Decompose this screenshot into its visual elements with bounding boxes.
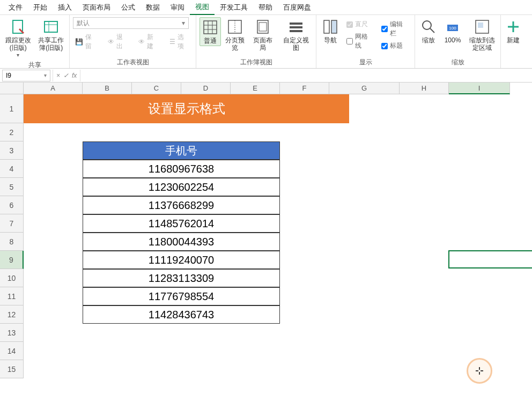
name-box-value: I9 [6,72,11,79]
row-header-12[interactable]: 12 [0,305,24,324]
col-header-G[interactable]: G [329,83,400,94]
col-header-D[interactable]: D [181,83,231,94]
title-merged-cell[interactable]: 设置显示格式 [24,94,349,123]
group-label-sheet-view: 工作表视图 [73,57,193,67]
col-header-E[interactable]: E [231,83,280,94]
chevron-down-icon: ▾ [182,19,185,27]
menu-item-8[interactable]: 开发工具 [215,1,253,14]
menu-item-5[interactable]: 数据 [141,1,165,14]
phone-cell[interactable]: 11428436743 [83,305,280,324]
zoom-100-button[interactable]: 100 100% [442,17,463,45]
cell-cursor-icon [475,367,484,375]
menu-item-10[interactable]: 百度网盘 [278,1,316,14]
row-header-7[interactable]: 7 [0,214,24,233]
phone-header-cell[interactable]: 手机号 [83,141,280,160]
save-icon: 💾 [75,38,83,46]
row-header-15[interactable]: 15 [0,360,24,378]
cursor-highlight [467,358,492,384]
confirm-formula-button[interactable]: ✓ [63,72,69,79]
menu-item-7[interactable]: 视图 [190,0,215,15]
view-options-button[interactable]: ☰选项 [167,32,193,51]
col-header-B[interactable]: B [83,83,132,94]
formula-input[interactable] [80,70,532,81]
svg-text:100: 100 [449,26,456,31]
group-label-show: 显示 [320,57,411,67]
row-header-4[interactable]: 4 [0,160,24,178]
group-label-share: 共享 [3,59,66,70]
svg-rect-14 [290,26,302,28]
share-workbook-button[interactable]: 共享工作簿(旧版) [36,17,66,53]
phone-cell[interactable]: 11230602254 [83,178,280,196]
page-break-icon [226,18,243,35]
sheet-view-dropdown[interactable]: 默认 ▾ [73,17,189,29]
phone-cell[interactable]: 11119240070 [83,251,280,269]
svg-rect-1 [45,21,57,32]
fx-button[interactable]: fx [72,72,77,79]
navigation-label: 导航 [324,36,337,44]
ribbon-group-window: 新建 [501,15,522,68]
row-header-5[interactable]: 5 [0,178,24,196]
phone-cell[interactable]: 11283113309 [83,269,280,287]
row-header-9[interactable]: 9 [0,251,24,269]
keep-view-button[interactable]: 💾保留 [73,32,100,51]
page-layout-label: 页面布局 [250,36,276,52]
phone-cell[interactable]: 11776798554 [83,287,280,305]
share-workbook-label: 共享工作簿(旧版) [38,36,65,52]
row-header-1[interactable]: 1 [0,94,24,123]
zoom-100-label: 100% [445,36,461,44]
menu-item-1[interactable]: 开始 [28,1,53,14]
custom-view-button[interactable]: 自定义视图 [280,17,313,53]
spreadsheet-grid[interactable]: ABCDEFGHI 123456789101112131415 设置显示格式 手… [0,83,532,403]
title-text: 设置显示格式 [148,100,225,117]
phone-cell[interactable]: 11800044393 [83,233,280,251]
headings-checkbox[interactable]: 标题 [379,41,411,51]
ruler-checkbox[interactable]: 直尺 [344,19,376,29]
row-header-11[interactable]: 11 [0,287,24,305]
menu-item-3[interactable]: 页面布局 [77,1,116,14]
exit-view-button[interactable]: 👁退出 [106,32,131,51]
col-header-F[interactable]: F [280,83,329,94]
select-all-corner[interactable] [0,83,24,94]
phone-cell[interactable]: 11680967638 [83,160,280,178]
page-break-button[interactable]: 分页预览 [224,17,246,53]
row-header-13[interactable]: 13 [0,324,24,342]
col-header-I[interactable]: I [449,83,510,94]
navigation-button[interactable]: 导航 [320,17,341,45]
normal-view-label: 普通 [204,37,217,44]
cancel-formula-button[interactable]: × [56,72,60,79]
new-view-button[interactable]: 👁新建 [136,32,162,51]
svg-rect-16 [324,20,329,33]
phone-cell[interactable]: 11485762014 [83,214,280,233]
zoom-button[interactable]: 缩放 [418,17,439,45]
phone-cell[interactable]: 11376668299 [83,196,280,214]
page-layout-button[interactable]: 页面布局 [249,17,277,53]
menu-item-6[interactable]: 审阅 [165,1,190,14]
zoom-selection-button[interactable]: 缩放到选定区域 [467,17,497,53]
row-header-3[interactable]: 3 [0,141,24,160]
row-headers: 123456789101112131415 [0,94,24,378]
custom-view-label: 自定义视图 [281,36,312,52]
col-header-A[interactable]: A [24,83,83,94]
row-header-14[interactable]: 14 [0,342,24,360]
row-header-10[interactable]: 10 [0,269,24,287]
group-label-zoom: 缩放 [418,57,497,67]
gridlines-checkbox[interactable]: 网格线 [344,32,376,51]
menu-item-0[interactable]: 文件 [3,1,28,14]
svg-point-18 [423,21,431,29]
svg-rect-12 [259,23,267,31]
row-header-2[interactable]: 2 [0,123,24,141]
formula-bar-checkbox[interactable]: 编辑栏 [379,19,411,39]
menu-item-9[interactable]: 帮助 [253,1,278,14]
menu-bar: 文件开始插入页面布局公式数据审阅视图开发工具帮助百度网盘 [0,0,532,15]
row-header-6[interactable]: 6 [0,196,24,214]
new-window-button[interactable]: 新建 [504,17,522,45]
ribbon-group-show: 导航 直尺 网格线 编辑栏 标题 显示 [316,15,415,68]
track-changes-button[interactable]: 跟踪更改(旧版) ▾ [3,17,33,59]
col-header-C[interactable]: C [132,83,181,94]
name-box[interactable]: I9 ▾ [2,70,50,81]
menu-item-2[interactable]: 插入 [53,1,77,14]
col-header-H[interactable]: H [400,83,449,94]
normal-view-button[interactable]: 普通 [200,17,221,46]
row-header-8[interactable]: 8 [0,233,24,251]
menu-item-4[interactable]: 公式 [116,1,141,14]
